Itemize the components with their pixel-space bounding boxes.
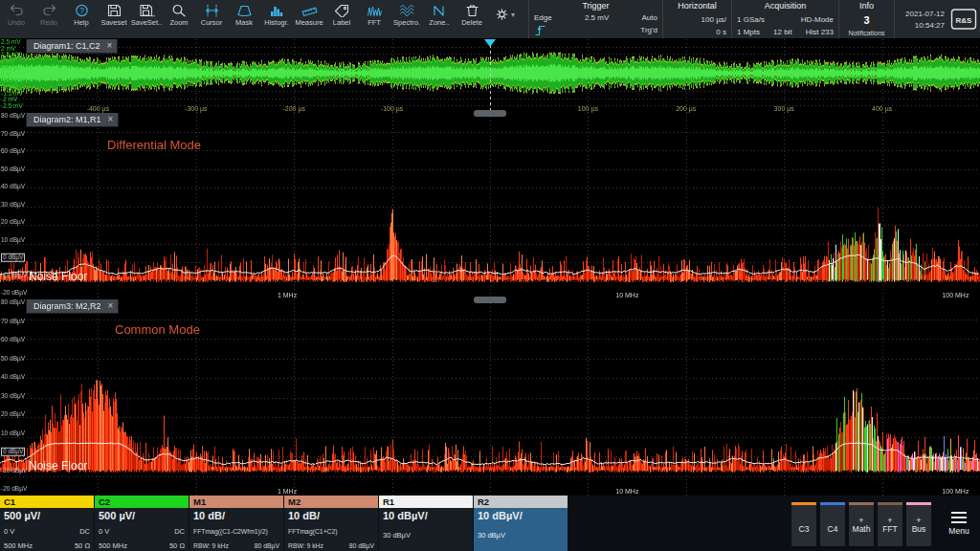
acq-record-length: 1 Mpts [737, 29, 760, 36]
noise-floor-annotation: Noise Floor [29, 270, 87, 283]
diagram1: Diagram1: C1,C2 × 2.5 mV2 mV1.5 mV1 mV50… [0, 39, 980, 113]
y-axis-label: 60 dBµV [1, 337, 25, 343]
c2-coupling: DC [174, 528, 185, 536]
m2-scale: 10 dB/ [288, 510, 374, 521]
menu-button[interactable]: Menu [938, 496, 980, 551]
delete-icon [464, 4, 480, 17]
saveset-more-label: SaveSet.. [131, 19, 163, 27]
signal-badge-m1[interactable]: M1 10 dB/ FFTmag((C1-C2Wfm1)/2) RBW: 9 k… [189, 496, 283, 551]
spectrogram-button[interactable]: Spectro. [390, 0, 423, 38]
diagram1-waveform-canvas[interactable] [0, 39, 980, 113]
differential-mode-annotation: Differential Mode [107, 138, 201, 152]
splitter-handle[interactable] [474, 297, 506, 303]
clock-time: 10:54:27 [895, 21, 945, 30]
cursor-button[interactable]: Cursor [195, 0, 228, 38]
c1-impedance: 50 Ω [75, 542, 90, 550]
c2-offset: 0 V [99, 528, 109, 536]
fft-icon [367, 4, 383, 17]
hamburger-icon [951, 512, 967, 523]
splitter-handle[interactable] [474, 110, 506, 117]
undo-button[interactable]: Undo [0, 0, 33, 38]
acq-sample-rate: 1 GSa/s [737, 16, 765, 24]
horizontal-panel[interactable]: Horizontal 100 µs/ 0 s [662, 0, 731, 38]
help-button[interactable]: ? Help [65, 0, 98, 38]
spectrogram-label: Spectro. [393, 19, 420, 27]
zoom-button[interactable]: Zoom [163, 0, 195, 38]
ref-r2-label: R2 [474, 496, 568, 508]
histogram-button[interactable]: Histogr. [260, 0, 293, 38]
saveset-button[interactable]: Saveset [98, 0, 130, 38]
saveset-label: Saveset [100, 19, 126, 27]
c1-bandwidth: 500 MHz [4, 542, 33, 550]
r2-level: 30 dBµV [478, 532, 505, 540]
add-bus-label: Bus [912, 524, 926, 534]
close-icon[interactable]: × [108, 115, 114, 124]
trigger-edge-icon [534, 25, 546, 36]
horizontal-scale: 100 µs/ [702, 16, 726, 24]
redo-button[interactable]: Redo [33, 0, 65, 38]
fft-button[interactable]: FFT [358, 0, 390, 38]
x-axis-label: 10 MHz [615, 292, 638, 298]
diagram1-tab-label: Diagram1: C1,C2 [33, 41, 100, 51]
trigger-panel[interactable]: Trigger Edge 2.5 mV Auto Trg'd [528, 0, 662, 38]
diagram2-tab-label: Diagram2: M1,R1 [33, 115, 101, 124]
zone-label: Zone.. [429, 19, 449, 27]
x-axis-label: 100 MHz [942, 292, 969, 298]
add-c4-button[interactable]: C4 [820, 502, 845, 546]
close-icon[interactable]: × [107, 41, 113, 51]
histogram-icon [269, 4, 285, 17]
help-icon: ? [74, 4, 90, 17]
add-c4-label: C4 [828, 524, 838, 534]
saveset-more-button[interactable]: SaveSet.. [130, 0, 163, 38]
x-axis-label: -200 µs [282, 105, 305, 112]
add-math-label: Math [853, 524, 871, 534]
diagram3: Diagram3: M2,R2 × Common Mode Noise Floo… [0, 299, 980, 496]
signal-bar: C1 500 µV/ 0 VDC 500 MHz50 Ω C2 500 µV/ … [0, 496, 980, 551]
saveset-icon [106, 4, 122, 17]
signal-badge-r2[interactable]: R2 10 dBµV/ 30 dBµV [474, 496, 568, 551]
close-icon[interactable]: × [108, 301, 114, 311]
label-button[interactable]: Label [325, 0, 358, 38]
c1-offset: 0 V [4, 528, 14, 536]
toolbar-spacer [521, 0, 528, 38]
delete-button[interactable]: Delete [456, 0, 488, 38]
clock-date: 2021-07-12 [895, 10, 945, 18]
signal-badge-r1[interactable]: R1 10 dBµV/ 30 dBµV [379, 496, 473, 551]
zone-icon [432, 4, 448, 17]
measure-button[interactable]: Measure [293, 0, 325, 38]
plus-icon: + [887, 518, 892, 523]
diagram1-tab[interactable]: Diagram1: C1,C2 × [26, 39, 118, 54]
mask-button[interactable]: Mask [228, 0, 260, 38]
diagram2: Diagram2: M1,R1 × Differential Mode Nois… [0, 113, 980, 299]
diagram3-tab[interactable]: Diagram3: M2,R2 × [26, 299, 119, 314]
mask-label: Mask [235, 19, 253, 27]
undo-icon [9, 4, 25, 17]
channel-c1-label: C1 [0, 496, 94, 508]
acquisition-panel[interactable]: Acquisition 1 GSa/s HD-Mode 1 Mpts 12 bi… [731, 0, 838, 38]
info-panel[interactable]: Info 3 Notifications [838, 0, 894, 38]
clock: 2021-07-12 10:54:27 [894, 0, 947, 38]
signal-badge-m2[interactable]: M2 10 dB/ FFTmag(C1+C2) RBW: 9 kHz80 dBµ… [284, 496, 378, 551]
y-axis-label: 80 dBµV [1, 113, 25, 120]
add-signal-buttons: C3 C4 + Math + FFT + Bus [791, 496, 937, 551]
m1-rbw: RBW: 9 kHz [193, 542, 229, 550]
diagram2-tab[interactable]: Diagram2: M1,R1 × [26, 113, 119, 127]
trigger-title: Trigger [534, 2, 657, 11]
add-math-button[interactable]: + Math [849, 502, 874, 546]
signal-badge-c1[interactable]: C1 500 µV/ 0 VDC 500 MHz50 Ω [0, 496, 94, 551]
x-axis-label: 100 MHz [942, 488, 969, 495]
redo-label: Redo [40, 19, 57, 27]
signal-badge-c2[interactable]: C2 500 µV/ 0 VDC 500 MHz50 Ω [95, 496, 189, 551]
y-axis-label: 20 dBµV [1, 411, 25, 418]
add-c3-button[interactable]: C3 [791, 502, 816, 546]
y-axis-label: -20 dBµV [1, 486, 27, 493]
y-axis-label: 50 dBµV [1, 355, 25, 362]
add-bus-button[interactable]: + Bus [906, 502, 931, 546]
settings-button[interactable]: ▾ [488, 0, 521, 38]
acq-history: Hist 233 [806, 29, 834, 36]
trigger-position-marker[interactable] [484, 39, 496, 47]
zone-button[interactable]: Zone.. [423, 0, 456, 38]
add-fft-button[interactable]: + FFT [878, 502, 902, 546]
menu-label: Menu [948, 526, 969, 536]
chevron-down-icon: ▾ [511, 11, 515, 19]
